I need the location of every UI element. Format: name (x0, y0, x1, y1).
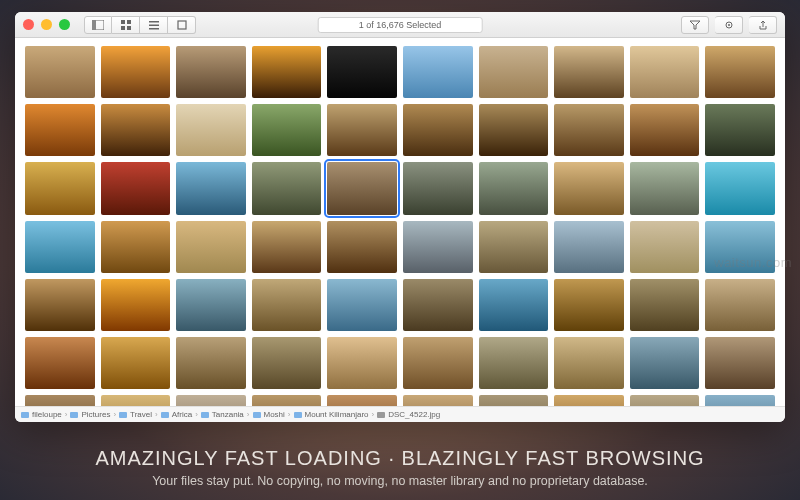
thumbnail[interactable] (630, 46, 700, 98)
thumbnail[interactable] (403, 279, 473, 331)
thumbnail-grid (25, 46, 775, 406)
thumbnail[interactable] (101, 162, 171, 214)
thumbnail[interactable] (327, 104, 397, 156)
thumbnail[interactable] (25, 279, 95, 331)
thumbnail[interactable] (630, 104, 700, 156)
thumbnail[interactable] (554, 162, 624, 214)
thumbnail[interactable] (479, 162, 549, 214)
thumbnail[interactable] (327, 162, 397, 214)
path-separator: › (65, 410, 68, 419)
thumbnail[interactable] (705, 279, 775, 331)
thumbnail[interactable] (479, 337, 549, 389)
thumbnail[interactable] (327, 337, 397, 389)
thumbnail[interactable] (25, 104, 95, 156)
path-crumb[interactable]: Mount Kilimanjaro (294, 410, 369, 419)
thumbnail[interactable] (403, 162, 473, 214)
thumbnail[interactable] (479, 46, 549, 98)
thumbnail[interactable] (252, 395, 322, 406)
path-crumb[interactable]: DSC_4522.jpg (377, 410, 440, 419)
thumbnail[interactable] (252, 104, 322, 156)
close-button[interactable] (23, 19, 34, 30)
titlebar: 1 of 16,676 Selected (15, 12, 785, 38)
thumbnail[interactable] (479, 104, 549, 156)
thumbnail[interactable] (327, 46, 397, 98)
thumbnail[interactable] (705, 395, 775, 406)
thumbnail[interactable] (25, 395, 95, 406)
settings-button[interactable] (715, 16, 743, 34)
folder-icon (161, 412, 169, 418)
sidebar-toggle-button[interactable] (84, 16, 112, 34)
selection-status: 1 of 16,676 Selected (318, 17, 483, 33)
thumbnail[interactable] (479, 279, 549, 331)
thumbnail[interactable] (252, 221, 322, 273)
path-crumb-label: DSC_4522.jpg (388, 410, 440, 419)
thumbnail[interactable] (630, 279, 700, 331)
thumbnail[interactable] (176, 162, 246, 214)
thumbnail[interactable] (252, 46, 322, 98)
thumbnail[interactable] (252, 279, 322, 331)
path-crumb[interactable]: Pictures (70, 410, 110, 419)
thumbnail[interactable] (403, 337, 473, 389)
thumbnail[interactable] (252, 337, 322, 389)
filter-button[interactable] (681, 16, 709, 34)
thumbnail[interactable] (403, 104, 473, 156)
thumbnail[interactable] (554, 46, 624, 98)
thumbnail[interactable] (403, 221, 473, 273)
thumbnail[interactable] (630, 337, 700, 389)
thumbnail[interactable] (25, 162, 95, 214)
minimize-button[interactable] (41, 19, 52, 30)
path-crumb[interactable]: Tanzania (201, 410, 244, 419)
thumbnail[interactable] (176, 337, 246, 389)
svg-rect-6 (149, 21, 159, 23)
thumbnail[interactable] (101, 221, 171, 273)
single-view-button[interactable] (168, 16, 196, 34)
thumbnail[interactable] (705, 46, 775, 98)
thumbnail[interactable] (327, 221, 397, 273)
folder-icon (201, 412, 209, 418)
path-crumb[interactable]: Moshi (253, 410, 285, 419)
thumbnail[interactable] (630, 221, 700, 273)
path-crumb[interactable]: fileloupe (21, 410, 62, 419)
path-crumb[interactable]: Travel (119, 410, 152, 419)
thumbnail[interactable] (554, 337, 624, 389)
thumbnail[interactable] (705, 162, 775, 214)
svg-rect-1 (92, 20, 96, 30)
thumbnail[interactable] (327, 395, 397, 406)
thumbnail[interactable] (101, 104, 171, 156)
thumbnail[interactable] (403, 46, 473, 98)
thumbnail[interactable] (252, 162, 322, 214)
thumbnail[interactable] (630, 162, 700, 214)
svg-rect-5 (127, 26, 131, 30)
thumbnail[interactable] (176, 395, 246, 406)
thumbnail[interactable] (554, 221, 624, 273)
list-view-button[interactable] (140, 16, 168, 34)
thumbnail[interactable] (25, 221, 95, 273)
thumbnail[interactable] (403, 395, 473, 406)
grid-view-button[interactable] (112, 16, 140, 34)
thumbnail[interactable] (554, 395, 624, 406)
path-crumb-label: Pictures (81, 410, 110, 419)
thumbnail[interactable] (705, 104, 775, 156)
thumbnail[interactable] (554, 279, 624, 331)
thumbnail[interactable] (327, 279, 397, 331)
marketing-headline: AMAZINGLY FAST LOADING · BLAZINGLY FAST … (0, 447, 800, 470)
thumbnail[interactable] (176, 104, 246, 156)
thumbnail[interactable] (101, 46, 171, 98)
thumbnail[interactable] (25, 46, 95, 98)
thumbnail[interactable] (101, 395, 171, 406)
thumbnail[interactable] (101, 337, 171, 389)
thumbnail[interactable] (101, 279, 171, 331)
share-button[interactable] (749, 16, 777, 34)
thumbnail[interactable] (176, 279, 246, 331)
thumbnail[interactable] (25, 337, 95, 389)
path-crumb-label: Mount Kilimanjaro (305, 410, 369, 419)
path-crumb[interactable]: Africa (161, 410, 192, 419)
thumbnail[interactable] (630, 395, 700, 406)
thumbnail[interactable] (176, 46, 246, 98)
thumbnail[interactable] (479, 395, 549, 406)
thumbnail[interactable] (176, 221, 246, 273)
thumbnail[interactable] (554, 104, 624, 156)
thumbnail[interactable] (479, 221, 549, 273)
zoom-button[interactable] (59, 19, 70, 30)
thumbnail[interactable] (705, 337, 775, 389)
